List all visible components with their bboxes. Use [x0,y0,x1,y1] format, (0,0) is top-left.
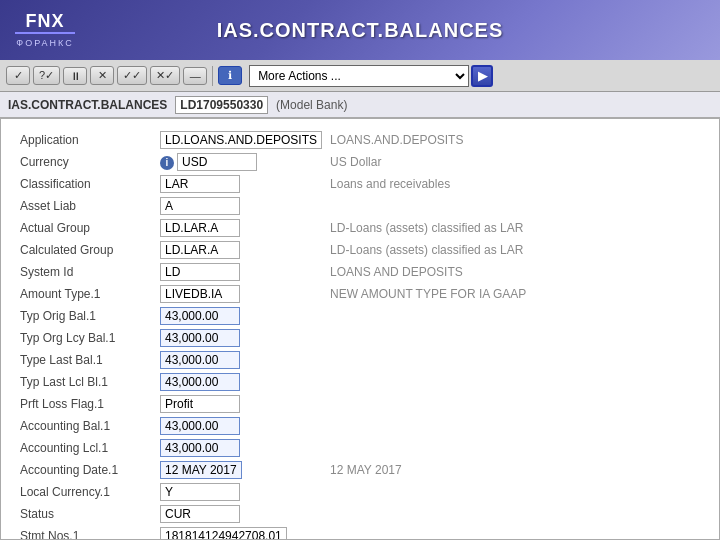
double-check-button[interactable]: ✓✓ [117,66,147,85]
field-hint [326,503,704,525]
field-hint: US Dollar [326,151,704,173]
field-label: Application [16,129,156,151]
sub-header-app-name: IAS.CONTRACT.BALANCES [8,98,167,112]
app-header: FNX ФОРАНКС IAS.CONTRACT.BALANCES [0,0,720,60]
field-hint [326,371,704,393]
field-input-box[interactable]: LD.LOANS.AND.DEPOSITS [160,131,322,149]
form-table: ApplicationLD.LOANS.AND.DEPOSITSLOANS.AN… [16,129,704,540]
field-input-box[interactable]: LAR [160,175,240,193]
table-row: Amount Type.1LIVEDB.IANEW AMOUNT TYPE FO… [16,283,704,305]
field-input-box[interactable]: LD.LAR.A [160,241,240,259]
field-value: Y [156,481,326,503]
table-row: Accounting Lcl.143,000.00 [16,437,704,459]
table-row: Typ Last Lcl Bl.143,000.00 [16,371,704,393]
field-label: Accounting Lcl.1 [16,437,156,459]
field-hint: LD-Loans (assets) classified as LAR [326,239,704,261]
field-input-box[interactable]: 181814124942708.01 [160,527,287,540]
pause-button[interactable]: ⏸ [63,67,87,85]
field-hint [326,195,704,217]
field-input-box[interactable]: LIVEDB.IA [160,285,240,303]
close-button[interactable]: ✕ [90,66,114,85]
field-label: Local Currency.1 [16,481,156,503]
field-hint [326,393,704,415]
field-input-box[interactable]: 43,000.00 [160,307,240,325]
table-row: Local Currency.1Y [16,481,704,503]
table-row: StatusCUR [16,503,704,525]
field-input-box[interactable]: 43,000.00 [160,351,240,369]
field-input-box[interactable]: Profit [160,395,240,413]
field-label: Classification [16,173,156,195]
table-row: Typ Orig Bal.143,000.00 [16,305,704,327]
main-content: ApplicationLD.LOANS.AND.DEPOSITSLOANS.AN… [0,118,720,540]
field-input-box[interactable]: LD.LAR.A [160,219,240,237]
field-value: LAR [156,173,326,195]
field-label: Typ Last Lcl Bl.1 [16,371,156,393]
field-label: Prft Loss Flag.1 [16,393,156,415]
field-label: Amount Type.1 [16,283,156,305]
field-hint [326,525,704,540]
field-value: 181814124942708.01 [156,525,326,540]
table-row: Calculated GroupLD.LAR.ALD-Loans (assets… [16,239,704,261]
field-value: Profit [156,393,326,415]
field-input-box[interactable]: Y [160,483,240,501]
field-label: Asset Liab [16,195,156,217]
field-value: CUR [156,503,326,525]
sub-header-record-id: LD1709550330 [175,96,268,114]
field-value: A [156,195,326,217]
field-hint: Loans and receivables [326,173,704,195]
field-input-box[interactable]: USD [177,153,257,171]
query-check-button[interactable]: ?✓ [33,66,60,85]
field-value: LD.LAR.A [156,217,326,239]
field-label: Typ Org Lcy Bal.1 [16,327,156,349]
field-input-box[interactable]: 43,000.00 [160,417,240,435]
info-icon[interactable]: i [160,156,174,170]
field-label: Typ Orig Bal.1 [16,305,156,327]
field-input-box[interactable]: 12 MAY 2017 [160,461,242,479]
table-row: Asset LiabA [16,195,704,217]
field-value: 43,000.00 [156,349,326,371]
more-actions-container: More Actions ... ▶ [249,65,714,87]
table-row: System IdLDLOANS AND DEPOSITS [16,261,704,283]
field-input-box[interactable]: 43,000.00 [160,439,240,457]
field-value: LIVEDB.IA [156,283,326,305]
field-value: 43,000.00 [156,437,326,459]
cross-check-button[interactable]: ✕✓ [150,66,180,85]
sub-header-model-bank: (Model Bank) [276,98,347,112]
field-label: Accounting Bal.1 [16,415,156,437]
table-row: ClassificationLARLoans and receivables [16,173,704,195]
field-input-box[interactable]: 43,000.00 [160,373,240,391]
field-input-box[interactable]: 43,000.00 [160,329,240,347]
info-button[interactable]: ℹ [218,66,242,85]
field-hint: LOANS AND DEPOSITS [326,261,704,283]
more-actions-go-button[interactable]: ▶ [471,65,493,87]
field-hint: LD-Loans (assets) classified as LAR [326,217,704,239]
table-row: Actual GroupLD.LAR.ALD-Loans (assets) cl… [16,217,704,239]
field-value: iUSD [156,151,326,173]
field-input-box[interactable]: A [160,197,240,215]
field-hint [326,327,704,349]
dash-button[interactable]: — [183,67,207,85]
table-row: Prft Loss Flag.1Profit [16,393,704,415]
field-value: 43,000.00 [156,415,326,437]
table-row: Accounting Bal.143,000.00 [16,415,704,437]
field-input-box[interactable]: LD [160,263,240,281]
table-row: ApplicationLD.LOANS.AND.DEPOSITSLOANS.AN… [16,129,704,151]
field-value: LD.LOANS.AND.DEPOSITS [156,129,326,151]
field-value: LD [156,261,326,283]
table-row: Type Last Bal.143,000.00 [16,349,704,371]
field-hint: NEW AMOUNT TYPE FOR IA GAAP [326,283,704,305]
field-hint [326,481,704,503]
table-row: Accounting Date.112 MAY 201712 MAY 2017 [16,459,704,481]
more-actions-select[interactable]: More Actions ... [249,65,469,87]
field-input-box[interactable]: CUR [160,505,240,523]
field-value: 43,000.00 [156,327,326,349]
table-row: Stmt Nos.1181814124942708.01 [16,525,704,540]
field-label: Calculated Group [16,239,156,261]
field-label: Accounting Date.1 [16,459,156,481]
field-label: Type Last Bal.1 [16,349,156,371]
toolbar: ✓ ?✓ ⏸ ✕ ✓✓ ✕✓ — ℹ More Actions ... ▶ [0,60,720,92]
field-value: 43,000.00 [156,371,326,393]
field-label: Currency [16,151,156,173]
table-row: Typ Org Lcy Bal.143,000.00 [16,327,704,349]
check-button[interactable]: ✓ [6,66,30,85]
